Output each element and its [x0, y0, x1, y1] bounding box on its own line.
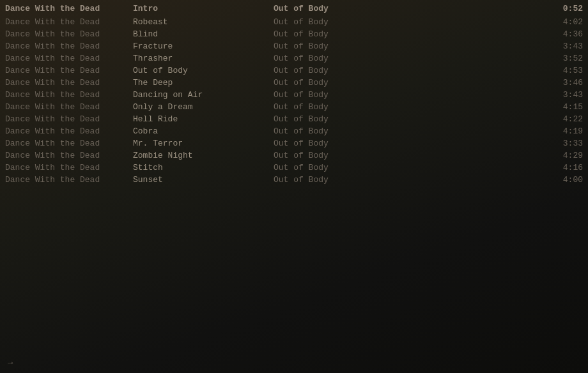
track-artist: Dance With the Dead [5, 78, 133, 88]
track-artist: Dance With the Dead [5, 66, 133, 75]
track-duration: 4:15 [545, 102, 583, 112]
track-artist: Dance With the Dead [5, 114, 133, 124]
track-artist: Dance With the Dead [5, 54, 133, 63]
track-row[interactable]: Dance With the DeadZombie NightOut of Bo… [0, 149, 588, 162]
track-album: Out of Body [274, 114, 545, 124]
track-artist: Dance With the Dead [5, 139, 133, 148]
track-album: Out of Body [274, 151, 545, 160]
track-duration: 4:02 [545, 17, 583, 27]
bottom-arrow: → [8, 358, 13, 368]
track-row[interactable]: Dance With the DeadFractureOut of Body3:… [0, 40, 588, 52]
track-list: Dance With the Dead Intro Out of Body 0:… [0, 0, 588, 188]
track-title: Blind [133, 29, 274, 39]
track-row[interactable]: Dance With the DeadOnly a DreamOut of Bo… [0, 101, 588, 113]
track-album: Out of Body [274, 17, 545, 27]
track-title: Fracture [133, 42, 274, 51]
track-artist: Dance With the Dead [5, 90, 133, 100]
track-artist: Dance With the Dead [5, 163, 133, 172]
track-artist: Dance With the Dead [5, 126, 133, 136]
header-artist: Dance With the Dead [5, 4, 133, 13]
track-title: Out of Body [133, 66, 274, 75]
track-row[interactable]: Dance With the DeadOut of BodyOut of Bod… [0, 65, 588, 77]
track-title: Only a Dream [133, 102, 274, 112]
track-duration: 4:19 [545, 126, 583, 136]
track-duration: 4:16 [545, 163, 583, 172]
track-artist: Dance With the Dead [5, 102, 133, 112]
track-row[interactable]: Dance With the DeadMr. TerrorOut of Body… [0, 137, 588, 149]
track-artist: Dance With the Dead [5, 17, 133, 27]
track-artist: Dance With the Dead [5, 175, 133, 185]
track-title: Cobra [133, 126, 274, 136]
track-album: Out of Body [274, 90, 545, 100]
track-title: Stitch [133, 163, 274, 172]
track-row[interactable]: Dance With the DeadThrasherOut of Body3:… [0, 52, 588, 65]
track-duration: 4:22 [545, 114, 583, 124]
track-title: Thrasher [133, 54, 274, 63]
track-row[interactable]: Dance With the DeadRobeastOut of Body4:0… [0, 16, 588, 28]
track-row[interactable]: Dance With the DeadSunsetOut of Body4:00 [0, 174, 588, 186]
track-title: Mr. Terror [133, 139, 274, 148]
track-artist: Dance With the Dead [5, 42, 133, 51]
track-album: Out of Body [274, 66, 545, 75]
track-album: Out of Body [274, 175, 545, 185]
track-duration: 4:36 [545, 29, 583, 39]
track-album: Out of Body [274, 42, 545, 51]
track-album: Out of Body [274, 78, 545, 88]
header-duration: 0:52 [545, 4, 583, 13]
track-album: Out of Body [274, 54, 545, 63]
track-duration: 3:46 [545, 78, 583, 88]
header-album: Out of Body [274, 4, 545, 13]
track-title: Dancing on Air [133, 90, 274, 100]
track-title: Robeast [133, 17, 274, 27]
track-title: Hell Ride [133, 114, 274, 124]
track-album: Out of Body [274, 139, 545, 148]
track-row[interactable]: Dance With the DeadStitchOut of Body4:16 [0, 162, 588, 174]
track-duration: 3:43 [545, 42, 583, 51]
track-artist: Dance With the Dead [5, 151, 133, 160]
track-album: Out of Body [274, 163, 545, 172]
track-album: Out of Body [274, 102, 545, 112]
track-row[interactable]: Dance With the DeadBlindOut of Body4:36 [0, 28, 588, 40]
track-title: Sunset [133, 175, 274, 185]
track-duration: 4:53 [545, 66, 583, 75]
track-duration: 4:00 [545, 175, 583, 185]
track-row[interactable]: Dance With the DeadThe DeepOut of Body3:… [0, 77, 588, 89]
track-row[interactable]: Dance With the DeadHell RideOut of Body4… [0, 113, 588, 125]
header-title: Intro [133, 4, 274, 13]
track-album: Out of Body [274, 126, 545, 136]
track-duration: 3:43 [545, 90, 583, 100]
track-title: Zombie Night [133, 151, 274, 160]
track-row[interactable]: Dance With the DeadDancing on AirOut of … [0, 89, 588, 101]
track-album: Out of Body [274, 29, 545, 39]
track-artist: Dance With the Dead [5, 29, 133, 39]
track-row[interactable]: Dance With the DeadCobraOut of Body4:19 [0, 125, 588, 137]
track-list-header: Dance With the Dead Intro Out of Body 0:… [0, 3, 588, 15]
track-duration: 4:29 [545, 151, 583, 160]
track-title: The Deep [133, 78, 274, 88]
track-duration: 3:52 [545, 54, 583, 63]
track-duration: 3:33 [545, 139, 583, 148]
